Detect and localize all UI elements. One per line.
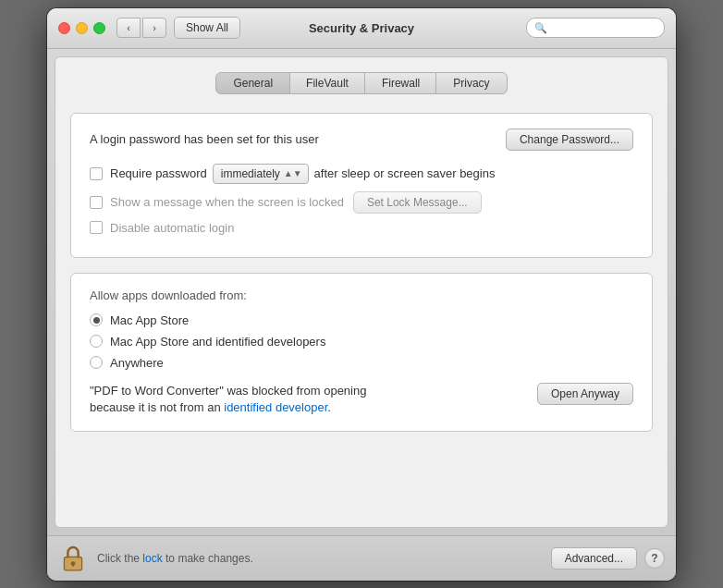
svg-rect-2 xyxy=(72,563,74,566)
blocked-text-part2: . xyxy=(327,400,331,414)
radio-anywhere-label: Anywhere xyxy=(110,356,164,370)
radio-anywhere-row: Anywhere xyxy=(90,356,633,370)
advanced-button[interactable]: Advanced... xyxy=(551,547,637,570)
lock-link[interactable]: lock xyxy=(142,552,162,565)
radio-mac-developers[interactable] xyxy=(90,335,103,348)
allow-apps-title: Allow apps downloaded from: xyxy=(90,288,633,302)
blocked-message-area: "PDF to Word Converter" was blocked from… xyxy=(90,383,633,416)
radio-anywhere[interactable] xyxy=(90,356,103,369)
lock-text: Click the lock to make changes. xyxy=(97,552,551,565)
forward-button[interactable]: › xyxy=(142,18,166,38)
identified-developer-link[interactable]: identified developer xyxy=(224,400,327,414)
back-button[interactable]: ‹ xyxy=(116,18,141,38)
require-password-suffix: after sleep or screen saver begins xyxy=(314,166,496,180)
show-all-button[interactable]: Show All xyxy=(174,17,240,39)
search-box[interactable]: 🔍 xyxy=(526,18,665,38)
traffic-lights xyxy=(58,22,105,34)
tab-general[interactable]: General xyxy=(215,72,290,94)
search-icon: 🔍 xyxy=(534,22,547,34)
require-password-label: Require password xyxy=(110,166,207,180)
password-timing-value: immediately xyxy=(221,167,280,180)
nav-buttons: ‹ › xyxy=(116,18,166,38)
disable-auto-login-label: Disable automatic login xyxy=(110,221,234,235)
main-window: ‹ › Show All Security & Privacy 🔍 Genera… xyxy=(47,8,676,581)
search-input[interactable] xyxy=(551,21,656,34)
allow-apps-section: Allow apps downloaded from: Mac App Stor… xyxy=(70,273,653,432)
minimize-button[interactable] xyxy=(76,22,88,34)
login-password-row: A login password has been set for this u… xyxy=(90,129,633,151)
require-password-checkbox[interactable] xyxy=(90,167,103,180)
lock-text-part1: Click the xyxy=(97,552,142,565)
radio-mac-developers-label: Mac App Store and identified developers xyxy=(110,335,325,349)
show-message-label: Show a message when the screen is locked xyxy=(110,195,344,209)
tab-filevault[interactable]: FileVault xyxy=(288,72,366,94)
help-button[interactable]: ? xyxy=(644,548,665,569)
radio-mac-app-store-row: Mac App Store xyxy=(90,313,633,327)
radio-mac-app-store[interactable] xyxy=(90,313,103,326)
radio-mac-developers-row: Mac App Store and identified developers xyxy=(90,335,633,349)
maximize-button[interactable] xyxy=(93,22,105,34)
require-password-row: Require password immediately ▲▼ after sl… xyxy=(90,164,633,184)
password-section: A login password has been set for this u… xyxy=(70,113,653,258)
title-bar: ‹ › Show All Security & Privacy 🔍 xyxy=(47,8,676,49)
set-lock-message-button[interactable]: Set Lock Message... xyxy=(353,191,482,214)
disable-auto-login-row: Disable automatic login xyxy=(90,221,633,235)
dropdown-arrow-icon: ▲▼ xyxy=(284,168,302,178)
window-title: Security & Privacy xyxy=(309,21,414,35)
disable-auto-login-checkbox[interactable] xyxy=(90,221,103,234)
tab-firewall[interactable]: Firewall xyxy=(364,72,437,94)
tab-privacy[interactable]: Privacy xyxy=(435,72,507,94)
close-button[interactable] xyxy=(58,22,70,34)
open-anyway-button[interactable]: Open Anyway xyxy=(537,383,633,405)
bottom-bar: Click the lock to make changes. Advanced… xyxy=(47,535,676,581)
content-area: General FileVault Firewall Privacy A log… xyxy=(55,56,668,528)
password-timing-dropdown[interactable]: immediately ▲▼ xyxy=(213,164,309,184)
show-message-row: Show a message when the screen is locked… xyxy=(90,191,633,214)
lock-icon[interactable] xyxy=(58,544,88,573)
tab-bar: General FileVault Firewall Privacy xyxy=(70,72,653,94)
show-message-checkbox[interactable] xyxy=(90,196,103,209)
lock-text-part2: to make changes. xyxy=(163,552,253,565)
blocked-text: "PDF to Word Converter" was blocked from… xyxy=(90,383,537,416)
radio-mac-app-store-label: Mac App Store xyxy=(110,313,189,327)
bottom-buttons: Advanced... ? xyxy=(551,547,665,570)
login-password-text: A login password has been set for this u… xyxy=(90,132,319,146)
change-password-button[interactable]: Change Password... xyxy=(506,129,633,151)
